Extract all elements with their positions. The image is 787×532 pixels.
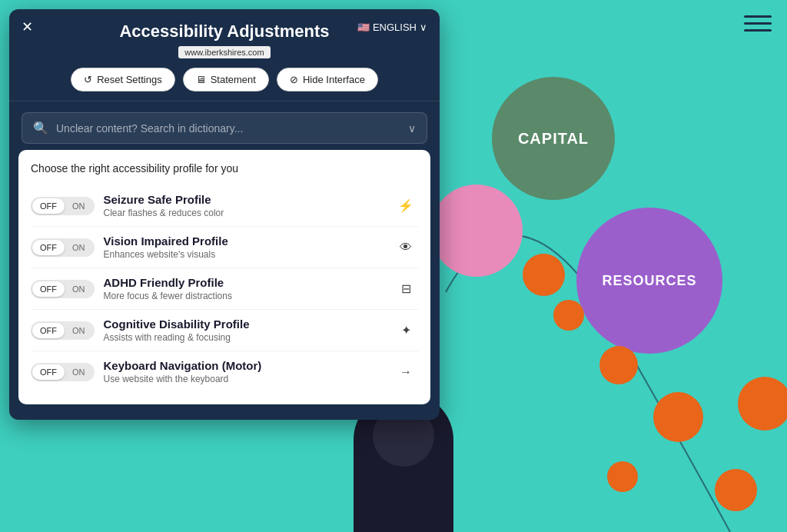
circle-orange-4: [653, 392, 703, 442]
hide-label: Hide Interface: [303, 74, 365, 85]
circle-orange-2: [553, 300, 584, 331]
search-placeholder: Unclear content? Search in dictionary...: [56, 122, 400, 135]
profile-row: OFF ON Vision Impaired Profile Enhances …: [31, 227, 418, 268]
profile-name-0: Seizure Safe Profile: [104, 193, 385, 206]
profile-icon-2: ⊟: [394, 277, 418, 301]
profile-name-2: ADHD Friendly Profile: [104, 276, 385, 289]
profile-icon-3: ✦: [394, 318, 418, 343]
profile-info-0: Seizure Safe Profile Clear flashes & red…: [104, 193, 385, 218]
profile-name-4: Keyboard Navigation (Motor): [104, 359, 385, 372]
profile-section: Choose the right accessibility profile f…: [18, 150, 430, 404]
profile-info-3: Cognitive Disability Profile Assists wit…: [104, 318, 385, 343]
statement-label: Statement: [211, 74, 256, 85]
profile-row: OFF ON Cognitive Disability Profile Assi…: [31, 310, 418, 351]
toggle-off-3[interactable]: OFF: [32, 323, 65, 338]
profile-row: OFF ON ADHD Friendly Profile More focus …: [31, 268, 418, 310]
profile-toggle-0[interactable]: OFF ON: [31, 197, 95, 215]
toggle-off-2[interactable]: OFF: [32, 281, 65, 297]
hide-interface-button[interactable]: ⊘ Hide Interface: [277, 68, 378, 91]
profile-name-1: Vision Impaired Profile: [104, 234, 385, 248]
hamburger-line-3: [744, 29, 772, 32]
profile-desc-3: Assists with reading & focusing: [104, 332, 385, 343]
statement-icon: 🖥: [196, 74, 206, 85]
panel-header: ✕ 🇺🇸 ENGLISH ∨ Accessibility Adjustments…: [9, 9, 440, 101]
profile-info-1: Vision Impaired Profile Enhances website…: [104, 234, 385, 260]
hamburger-line-2: [744, 22, 772, 25]
profile-toggle-4[interactable]: OFF ON: [31, 363, 95, 381]
dictionary-search-bar[interactable]: 🔍 Unclear content? Search in dictionary.…: [22, 112, 427, 144]
accessibility-panel: ✕ 🇺🇸 ENGLISH ∨ Accessibility Adjustments…: [9, 9, 440, 420]
toggle-on-0[interactable]: ON: [65, 198, 93, 214]
search-icon: 🔍: [33, 121, 48, 135]
panel-url: www.iberkshires.com: [178, 46, 270, 58]
profile-info-2: ADHD Friendly Profile More focus & fewer…: [104, 276, 385, 301]
profile-section-heading: Choose the right accessibility profile f…: [31, 162, 418, 175]
profile-desc-1: Enhances website's visuals: [104, 249, 385, 260]
profile-icon-1: 👁: [394, 235, 418, 260]
profile-rows-container: OFF ON Seizure Safe Profile Clear flashe…: [31, 185, 418, 392]
profile-toggle-2[interactable]: OFF ON: [31, 280, 95, 298]
circle-orange-5: [738, 377, 787, 431]
circle-pink: [430, 185, 523, 277]
search-chevron-icon: ∨: [408, 122, 416, 135]
circle-orange-7: [715, 469, 757, 511]
profile-desc-0: Clear flashes & reduces color: [104, 208, 385, 218]
profile-icon-4: →: [394, 360, 418, 384]
language-label: ENGLISH: [373, 22, 417, 33]
reset-icon: ↺: [84, 74, 92, 85]
toggle-on-3[interactable]: ON: [65, 323, 93, 338]
reset-label: Reset Settings: [97, 74, 162, 85]
profile-row: OFF ON Seizure Safe Profile Clear flashe…: [31, 185, 418, 227]
circle-resources[interactable]: RESOURCES: [576, 208, 722, 354]
language-button[interactable]: 🇺🇸 ENGLISH ∨: [357, 22, 427, 33]
circle-orange-1: [523, 254, 565, 296]
circle-orange-6: [607, 461, 638, 492]
profile-toggle-1[interactable]: OFF ON: [31, 238, 95, 257]
toggle-on-1[interactable]: ON: [65, 240, 93, 255]
hamburger-menu[interactable]: [744, 15, 772, 32]
profile-desc-4: Use website with the keyboard: [104, 374, 385, 384]
profile-icon-0: ⚡: [394, 194, 418, 218]
toggle-off-1[interactable]: OFF: [32, 240, 65, 255]
profile-row: OFF ON Keyboard Navigation (Motor) Use w…: [31, 351, 418, 392]
reset-settings-button[interactable]: ↺ Reset Settings: [71, 68, 175, 91]
close-button[interactable]: ✕: [22, 20, 33, 34]
circle-orange-3: [599, 346, 638, 384]
profile-name-3: Cognitive Disability Profile: [104, 318, 385, 331]
circle-capital[interactable]: CAPITAL: [492, 77, 615, 200]
toggle-on-4[interactable]: ON: [65, 364, 93, 380]
hamburger-line-1: [744, 15, 772, 18]
action-buttons-group: ↺ Reset Settings 🖥 Statement ⊘ Hide Inte…: [25, 68, 424, 91]
profile-info-4: Keyboard Navigation (Motor) Use website …: [104, 359, 385, 384]
toggle-off-0[interactable]: OFF: [32, 198, 65, 214]
hide-icon: ⊘: [290, 74, 298, 85]
toggle-on-2[interactable]: ON: [65, 281, 93, 297]
profile-desc-2: More focus & fewer distractions: [104, 291, 385, 301]
toggle-off-4[interactable]: OFF: [32, 364, 65, 380]
statement-button[interactable]: 🖥 Statement: [183, 68, 269, 91]
flag-icon: 🇺🇸: [357, 22, 370, 33]
chevron-down-icon: ∨: [420, 22, 427, 33]
profile-toggle-3[interactable]: OFF ON: [31, 321, 95, 340]
